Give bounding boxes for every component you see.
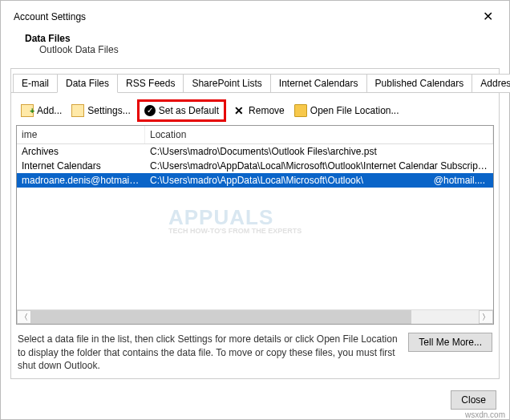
settings-button[interactable]: Settings...: [68, 103, 133, 119]
table-body: Archives C:\Users\madro\Documents\Outloo…: [17, 144, 493, 309]
remove-button[interactable]: ✕ Remove: [229, 103, 288, 119]
scroll-track[interactable]: [31, 310, 479, 324]
tell-me-more-button[interactable]: Tell Me More...: [408, 333, 492, 352]
tab-sharepoint-lists[interactable]: SharePoint Lists: [183, 74, 270, 93]
close-icon[interactable]: ✕: [476, 9, 500, 25]
table-header: ime Location: [17, 126, 493, 144]
remove-icon: ✕: [233, 104, 245, 117]
tab-published-calendars[interactable]: Published Calendars: [366, 74, 473, 93]
set-default-button[interactable]: ✓ Set as Default: [137, 99, 226, 122]
settings-icon: [71, 104, 84, 117]
settings-label: Settings...: [87, 105, 130, 116]
cell-location: C:\Users\madro\Documents\Outlook Files\a…: [145, 145, 493, 158]
tab-panel-data-files: Add... Settings... ✓ Set as Default ✕ Re…: [11, 92, 499, 378]
content-panel: E-mail Data Files RSS Feeds SharePoint L…: [10, 68, 500, 379]
page-title: Data Files: [25, 33, 496, 44]
cell-name: madroane.denis@hotmail.c...: [17, 174, 145, 187]
column-name[interactable]: ime: [17, 126, 145, 143]
open-location-label: Open File Location...: [310, 105, 399, 116]
table-row[interactable]: Internet Calendars C:\Users\madro\AppDat…: [17, 159, 493, 173]
tab-rss-feeds[interactable]: RSS Feeds: [117, 74, 184, 93]
dialog-footer: Close: [1, 382, 509, 419]
add-label: Add...: [37, 105, 62, 116]
open-location-button[interactable]: Open File Location...: [291, 103, 403, 119]
close-button[interactable]: Close: [451, 390, 496, 410]
scroll-right-arrow-icon[interactable]: 〉: [479, 310, 493, 324]
cell-location: C:\Users\madro\AppData\Local\Microsoft\O…: [145, 174, 493, 187]
add-button[interactable]: Add...: [18, 103, 65, 119]
tab-internet-calendars[interactable]: Internet Calendars: [270, 74, 367, 93]
tab-address-books[interactable]: Address Books: [472, 74, 510, 93]
remove-label: Remove: [249, 105, 285, 116]
help-text: Select a data file in the list, then cli…: [18, 333, 402, 372]
folder-icon: [294, 104, 307, 117]
titlebar: Account Settings ✕: [1, 1, 509, 30]
account-settings-window: Account Settings ✕ Data Files Outlook Da…: [0, 0, 510, 420]
tab-data-files[interactable]: Data Files: [57, 74, 118, 93]
cell-location: C:\Users\madro\AppData\Local\Microsoft\O…: [145, 160, 493, 172]
table-row[interactable]: madroane.denis@hotmail.c... C:\Users\mad…: [17, 173, 493, 188]
page-subtitle: Outlook Data Files: [25, 44, 496, 55]
horizontal-scrollbar[interactable]: 〈 〉: [17, 309, 493, 324]
scroll-thumb[interactable]: [31, 310, 411, 324]
tabs: E-mail Data Files RSS Feeds SharePoint L…: [11, 69, 499, 93]
panel-footer: Select a data file in the list, then cli…: [16, 325, 494, 375]
cell-name: Internet Calendars: [17, 160, 145, 172]
toolbar: Add... Settings... ✓ Set as Default ✕ Re…: [16, 99, 494, 125]
header: Data Files Outlook Data Files: [1, 30, 509, 68]
add-icon: [21, 104, 34, 117]
table-row[interactable]: Archives C:\Users\madro\Documents\Outloo…: [17, 144, 493, 159]
data-files-table: ime Location Archives C:\Users\madro\Doc…: [16, 125, 494, 325]
check-icon: ✓: [144, 105, 156, 116]
column-location[interactable]: Location: [145, 126, 493, 143]
credit: wsxdn.com: [465, 410, 505, 419]
tab-email[interactable]: E-mail: [13, 74, 58, 93]
window-title: Account Settings: [14, 11, 86, 22]
cell-name: Archives: [17, 145, 145, 158]
set-default-label: Set as Default: [159, 105, 219, 116]
scroll-left-arrow-icon[interactable]: 〈: [17, 310, 31, 324]
